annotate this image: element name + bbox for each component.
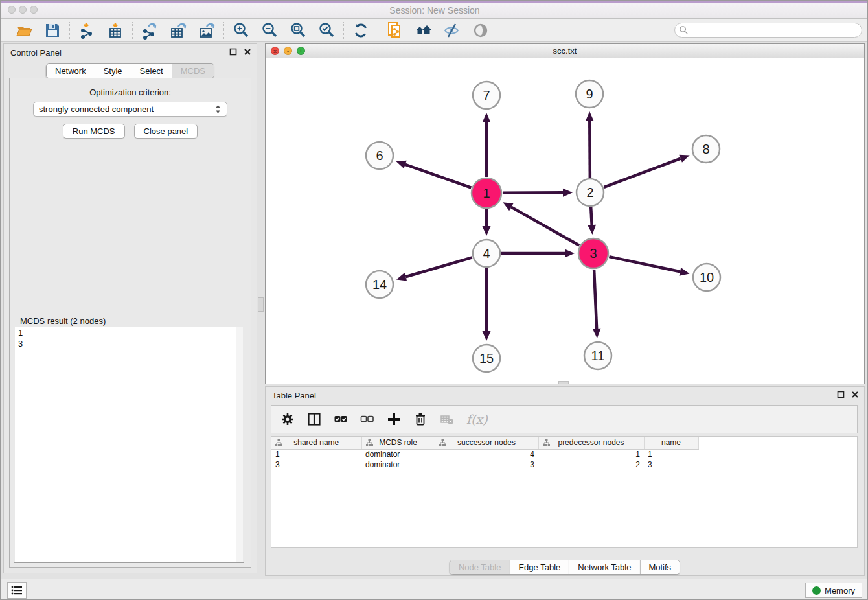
table-cell[interactable]: 3 [435, 459, 538, 470]
task-history-button[interactable] [7, 582, 27, 599]
delete-table-icon [440, 412, 454, 426]
table-cell[interactable]: dominator [361, 449, 435, 459]
column-header-successor-nodes[interactable]: successor nodes [435, 437, 538, 449]
close-table-panel-icon[interactable] [851, 391, 859, 398]
tab-network-table[interactable]: Network Table [569, 560, 640, 574]
network-graph[interactable]: 7968124314101511 [266, 58, 864, 384]
table-cell[interactable]: 2 [538, 459, 644, 470]
table-cell-filler [698, 449, 857, 459]
hide-graphics-details-icon[interactable] [443, 21, 461, 40]
network-window-titlebar[interactable]: x - + scc.txt [266, 44, 864, 58]
column-header-mcds-role[interactable]: MCDS role [361, 437, 435, 449]
graph-node-7[interactable]: 7 [473, 82, 500, 109]
zoom-in-icon[interactable] [232, 21, 250, 40]
graph-edge-3-10[interactable] [609, 257, 680, 271]
export-image-icon[interactable] [198, 21, 216, 40]
graph-edge-2-3[interactable] [591, 207, 591, 225]
close-panel-icon[interactable] [244, 48, 251, 56]
graph-node-10[interactable]: 10 [693, 264, 720, 291]
tab-style[interactable]: Style [95, 64, 131, 78]
svg-text:11: 11 [591, 349, 605, 363]
graph-node-4[interactable]: 4 [473, 240, 500, 267]
tab-select[interactable]: Select [131, 64, 172, 78]
float-panel-icon[interactable] [229, 48, 237, 56]
svg-text:14: 14 [372, 277, 387, 292]
table-cell[interactable]: 4 [435, 449, 538, 459]
svg-text:3: 3 [589, 246, 597, 260]
zoom-fit-icon[interactable] [289, 21, 307, 40]
mcds-result-area[interactable]: 13 [15, 327, 243, 562]
column-header-predecessor-nodes[interactable]: predecessor nodes [538, 437, 644, 449]
export-network-icon[interactable] [141, 21, 159, 40]
mcds-result-title: MCDS result (2 nodes) [18, 316, 108, 326]
graph-node-1[interactable]: 1 [472, 178, 501, 208]
optimization-criterion-select[interactable]: strongly connected component [33, 102, 227, 117]
graph-node-15[interactable]: 15 [473, 345, 500, 372]
refresh-view-icon[interactable] [352, 21, 370, 40]
graph-node-2[interactable]: 2 [577, 179, 604, 206]
graph-node-3[interactable]: 3 [578, 238, 608, 268]
table-cell[interactable]: 1 [538, 449, 644, 459]
hierarchy-icon [366, 439, 373, 446]
memory-status-icon [812, 586, 821, 595]
float-table-panel-icon[interactable] [837, 391, 845, 398]
import-network-icon[interactable] [78, 21, 96, 40]
graph-node-9[interactable]: 9 [576, 80, 603, 108]
table-cell[interactable]: 1 [271, 449, 361, 459]
titlebar-accent-strip [1, 1, 868, 3]
zoom-out-icon[interactable] [260, 21, 279, 40]
graph-node-11[interactable]: 11 [584, 342, 611, 369]
network-from-selection-icon[interactable] [386, 21, 404, 40]
tab-motifs[interactable]: Motifs [640, 560, 680, 574]
graph-edge-3-11[interactable] [594, 270, 597, 329]
graph-node-8[interactable]: 8 [692, 135, 720, 163]
graph-edge-3-1[interactable] [511, 207, 579, 246]
graph-edge-2-8[interactable] [604, 159, 681, 187]
table-cell[interactable]: dominator [361, 459, 435, 470]
graph-edge-arrowhead [483, 226, 491, 236]
graph-edge-1-6[interactable] [405, 165, 472, 188]
tab-edge-table[interactable]: Edge Table [510, 560, 569, 574]
show-all-networks-icon[interactable] [415, 21, 433, 40]
run-mcds-button[interactable]: Run MCDS [63, 124, 125, 139]
search-field[interactable] [674, 23, 862, 38]
table-cell[interactable]: 3 [271, 459, 361, 470]
table-cell[interactable]: 3 [644, 459, 698, 470]
table-settings-icon[interactable] [280, 412, 295, 426]
deselect-all-columns-icon[interactable] [360, 412, 374, 426]
graph-edge-4-14[interactable] [405, 257, 472, 277]
close-panel-button[interactable]: Close panel [134, 124, 198, 139]
open-session-icon[interactable] [15, 21, 33, 40]
tab-mcds[interactable]: MCDS [172, 64, 214, 78]
result-scrollbar[interactable] [236, 327, 243, 562]
graph-edge-1-2[interactable] [503, 192, 563, 193]
table-row[interactable]: 3dominator323 [271, 459, 857, 470]
graph-node-14[interactable]: 14 [366, 271, 393, 298]
graph-edge-2-9[interactable] [589, 121, 590, 178]
show-graphics-details-icon[interactable] [472, 21, 490, 40]
tab-node-table[interactable]: Node Table [450, 560, 510, 574]
zoom-selected-icon[interactable] [317, 21, 336, 40]
svg-text:10: 10 [700, 270, 714, 284]
network-resize-grip[interactable] [558, 381, 569, 384]
graph-node-6[interactable]: 6 [366, 142, 393, 169]
add-row-icon[interactable] [387, 412, 401, 426]
import-table-icon[interactable] [106, 21, 124, 40]
tab-network[interactable]: Network [47, 64, 95, 78]
criterion-selected-value: strongly connected component [39, 104, 154, 114]
memory-button[interactable]: Memory [805, 583, 862, 598]
toggle-column-panel-icon[interactable] [307, 412, 321, 426]
table-cell[interactable]: 1 [644, 449, 698, 459]
panel-divider-grip[interactable] [258, 297, 264, 312]
export-table-icon[interactable] [169, 21, 187, 40]
control-panel-tabbar: Network Style Select MCDS [46, 63, 214, 78]
column-header-shared-name[interactable]: shared name [271, 437, 361, 449]
delete-row-icon[interactable] [413, 412, 428, 426]
column-header-name[interactable]: name [644, 437, 698, 449]
save-session-icon[interactable] [43, 21, 62, 40]
select-all-columns-icon[interactable] [334, 412, 348, 426]
table-header-row: shared name MCDS role [271, 437, 857, 449]
table-row[interactable]: 1dominator411 [271, 449, 857, 459]
search-input[interactable] [689, 25, 862, 36]
graph-edge-arrowhead [586, 111, 594, 121]
